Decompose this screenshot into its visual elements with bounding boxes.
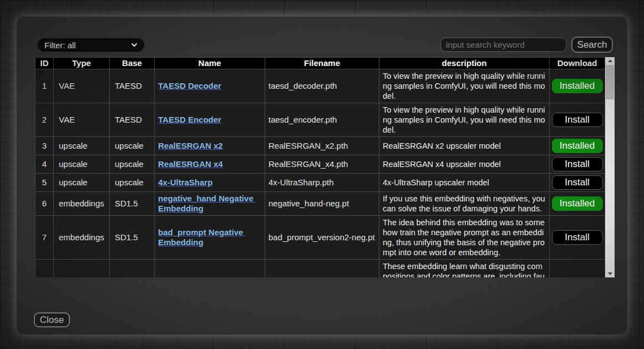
cell-base: SD1.5 bbox=[110, 192, 155, 216]
cell-description: RealESRGAN x4 upscaler model bbox=[379, 155, 550, 174]
model-manager-dialog: Filter: all Search ID Type Base bbox=[17, 17, 627, 335]
model-link[interactable]: TAESD Encoder bbox=[158, 115, 221, 124]
chevron-down-icon bbox=[131, 42, 138, 48]
cell-download: Install bbox=[550, 174, 605, 192]
cell-name: TAESD Encoder bbox=[155, 103, 265, 137]
cell-base: TAESD bbox=[110, 103, 155, 137]
install-button[interactable]: Installed bbox=[552, 79, 603, 93]
cell-description: 4x-UltraSharp upscaler model bbox=[379, 174, 550, 192]
cell-base: upscale bbox=[110, 137, 155, 155]
cell-download: Install bbox=[550, 103, 605, 137]
cell-download bbox=[550, 260, 605, 278]
cell-name: bad_prompt Negative Embedding bbox=[155, 216, 265, 260]
cell-filename: taesd_encoder.pth bbox=[265, 103, 379, 137]
close-button[interactable]: Close bbox=[34, 312, 70, 327]
table-row: 2 VAE TAESD TAESD Encoder taesd_encoder.… bbox=[36, 103, 605, 137]
install-button[interactable]: Installed bbox=[552, 196, 603, 211]
cell-id: 2 bbox=[36, 103, 54, 137]
cell-description: To view the preview in high quality whil… bbox=[379, 103, 550, 137]
table-row: 4 upscale upscale RealESRGAN x4 RealESRG… bbox=[36, 155, 605, 174]
cell-id bbox=[36, 260, 54, 278]
scrollbar-thumb[interactable] bbox=[606, 65, 614, 99]
cell-base: upscale bbox=[110, 155, 155, 174]
cell-base: SD1.5 bbox=[110, 216, 155, 260]
cell-id: 4 bbox=[36, 155, 54, 174]
cell-filename: RealESRGAN_x4.pth bbox=[265, 155, 379, 174]
table-row: 1 VAE TAESD TAESD Decoder taesd_decoder.… bbox=[36, 69, 605, 103]
cell-filename: negative_hand-neg.pt bbox=[265, 192, 379, 216]
cell-name: 4x-UltraSharp bbox=[155, 174, 265, 192]
cell-download: Installed bbox=[550, 137, 605, 155]
comfyui-canvas: Filter: all Search ID Type Base bbox=[0, 0, 644, 349]
table-row: 7 embeddings SD1.5 bad_prompt Negative E… bbox=[36, 216, 605, 260]
install-button[interactable]: Installed bbox=[552, 139, 603, 153]
model-link[interactable]: RealESRGAN x4 bbox=[158, 159, 223, 169]
cell-name: RealESRGAN x4 bbox=[155, 155, 265, 174]
table-header-row: ID Type Base Name Filename description D… bbox=[36, 58, 605, 69]
cell-download: Install bbox=[550, 155, 605, 174]
cell-base bbox=[110, 260, 155, 278]
cell-download: Installed bbox=[550, 192, 605, 216]
model-link[interactable]: 4x-UltraSharp bbox=[158, 178, 212, 187]
cell-type: upscale bbox=[54, 174, 110, 192]
cell-description: These embedding learn what disgusting co… bbox=[379, 260, 550, 278]
cell-name: TAESD Decoder bbox=[155, 69, 265, 103]
cell-id: 3 bbox=[36, 137, 54, 155]
cell-filename: RealESRGAN_x2.pth bbox=[265, 137, 379, 155]
cell-type bbox=[54, 260, 110, 278]
table-row: 6 embeddings SD1.5 negative_hand Negativ… bbox=[36, 192, 605, 216]
cell-filename bbox=[265, 260, 379, 278]
filter-select[interactable]: Filter: all bbox=[37, 38, 145, 52]
table-row: These embedding learn what disgusting co… bbox=[36, 260, 605, 278]
install-button[interactable]: Install bbox=[552, 113, 603, 127]
cell-id: 5 bbox=[36, 174, 54, 192]
scrollbar-up-arrow-icon[interactable] bbox=[605, 57, 615, 65]
model-link[interactable]: negative_hand Negative Embedding bbox=[158, 194, 256, 213]
header-name: Name bbox=[155, 58, 265, 69]
cell-name: RealESRGAN x2 bbox=[155, 137, 265, 155]
header-type: Type bbox=[54, 58, 110, 69]
cell-name: negative_hand Negative Embedding bbox=[155, 192, 265, 216]
cell-type: embeddings bbox=[54, 216, 110, 260]
cell-base: upscale bbox=[110, 174, 155, 192]
table-row: 5 upscale upscale 4x-UltraSharp 4x-Ultra… bbox=[36, 174, 605, 192]
models-table: ID Type Base Name Filename description D… bbox=[35, 57, 605, 277]
cell-base: TAESD bbox=[110, 69, 155, 103]
model-link[interactable]: RealESRGAN x2 bbox=[158, 141, 223, 150]
cell-type: upscale bbox=[54, 155, 110, 174]
cell-type: VAE bbox=[54, 103, 110, 137]
header-description: description bbox=[379, 58, 550, 69]
cell-description: To view the preview in high quality whil… bbox=[379, 69, 550, 103]
cell-type: embeddings bbox=[54, 192, 110, 216]
table-scrollbar[interactable] bbox=[605, 57, 615, 277]
cell-type: VAE bbox=[54, 69, 110, 103]
model-link[interactable]: TAESD Decoder bbox=[158, 81, 221, 90]
header-filename: Filename bbox=[265, 58, 379, 69]
cell-name bbox=[155, 260, 265, 278]
cell-filename: taesd_decoder.pth bbox=[265, 69, 379, 103]
install-button[interactable]: Install bbox=[552, 230, 603, 245]
cell-description: If you use this embedding with negatives… bbox=[379, 192, 550, 216]
header-base: Base bbox=[110, 58, 155, 69]
cell-download: Installed bbox=[550, 69, 605, 103]
cell-download: Install bbox=[550, 216, 605, 260]
cell-description: RealESRGAN x2 upscaler model bbox=[379, 137, 550, 155]
search-input[interactable] bbox=[440, 37, 567, 52]
header-id: ID bbox=[36, 58, 54, 69]
search-button[interactable]: Search bbox=[571, 37, 613, 53]
cell-id: 6 bbox=[36, 192, 54, 216]
cell-id: 7 bbox=[36, 216, 54, 260]
filter-select-value: Filter: all bbox=[44, 41, 131, 50]
cell-description: The idea behind this embedding was to so… bbox=[379, 216, 550, 260]
install-button[interactable]: Install bbox=[552, 157, 603, 171]
table-row: 3 upscale upscale RealESRGAN x2 RealESRG… bbox=[36, 137, 605, 155]
cell-filename: 4x-UltraSharp.pth bbox=[265, 174, 379, 192]
cell-filename: bad_prompt_version2-neg.pt bbox=[265, 216, 379, 260]
model-link[interactable]: bad_prompt Negative Embedding bbox=[158, 227, 246, 247]
cell-id: 1 bbox=[36, 69, 54, 103]
models-table-container: ID Type Base Name Filename description D… bbox=[35, 57, 615, 277]
header-download: Download bbox=[550, 58, 605, 69]
scrollbar-down-arrow-icon[interactable] bbox=[605, 270, 615, 277]
install-button[interactable]: Install bbox=[552, 175, 603, 190]
cell-type: upscale bbox=[54, 137, 110, 155]
